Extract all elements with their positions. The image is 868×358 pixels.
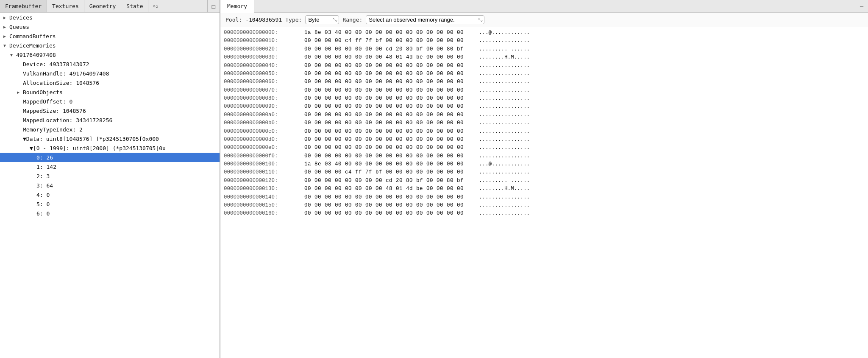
range-select-wrapper: Select an observed memory range. ⌃⌄ — [366, 15, 484, 24]
hex-address: 0000000000000040: — [224, 62, 304, 70]
hex-bytes: 00 00 00 00 00 00 00 00 00 00 00 00 00 0… — [304, 201, 474, 210]
hex-address: 0000000000000030: — [224, 53, 304, 62]
tree-label-item6: 6: 0 — [36, 210, 50, 217]
hex-ascii: ................ — [474, 78, 530, 86]
hex-ascii: ................ — [474, 136, 530, 144]
tree-item-device[interactable]: Device: 493378143072 — [0, 59, 220, 69]
tree-item-item2[interactable]: 2: 3 — [0, 171, 220, 181]
tab-memory[interactable]: Memory — [220, 0, 254, 13]
range-select[interactable]: Select an observed memory range. — [366, 15, 484, 24]
tree-item-data[interactable]: ▼Data: uint8[1048576] (*p3245130705[0x00… — [0, 134, 220, 143]
tree-item-devicememories[interactable]: ▼DeviceMemories — [0, 41, 220, 50]
hex-ascii: ........H.M..... — [474, 185, 530, 193]
tree-label-vulkanhandle: VulkanHandle: 491764097408 — [23, 70, 109, 77]
tree-item-mappedoffset[interactable]: MappedOffset: 0 — [0, 97, 220, 106]
hex-bytes: 00 00 00 00 00 00 00 00 48 01 4d be 00 0… — [304, 53, 474, 62]
type-select-wrapper: ByteWordDWord ⌃⌄ — [305, 15, 339, 24]
hex-ascii: ................ — [474, 193, 530, 201]
tree-item-mappedsize[interactable]: MappedSize: 1048576 — [0, 106, 220, 115]
tree-item-item1[interactable]: 1: 142 — [0, 162, 220, 171]
tree-label-devicememories: DeviceMemories — [9, 42, 56, 49]
tree-item-item3[interactable]: 3: 64 — [0, 181, 220, 190]
hex-ascii: ................ — [474, 144, 530, 152]
tree-label-mappedoffset: MappedOffset: 0 — [23, 98, 72, 105]
pool-label: Pool: — [225, 17, 242, 23]
hex-address: 0000000000000160: — [224, 210, 304, 218]
tree-item-mappedlocation[interactable]: MappedLocation: 34341728256 — [0, 115, 220, 125]
hex-row: 00000000000000a0:00 00 00 00 00 00 00 00… — [224, 111, 865, 119]
hex-ascii: ................ — [474, 95, 530, 103]
tab-geometry[interactable]: Geometry — [84, 0, 122, 12]
tree-arrow-devicememories: ▼ — [3, 43, 9, 48]
tree-label-item2: 2: 3 — [36, 173, 50, 179]
hex-row: 00000000000000d0:00 00 00 00 00 00 00 00… — [224, 136, 865, 144]
hex-address: 0000000000000070: — [224, 87, 304, 95]
tree-label-device: Device: 493378143072 — [23, 61, 89, 67]
hex-bytes: 00 00 00 00 00 00 00 00 00 00 00 00 00 0… — [304, 62, 474, 70]
hex-bytes: 00 00 00 00 00 00 00 00 00 00 00 00 00 0… — [304, 70, 474, 78]
tree-container[interactable]: ▶Devices▶Queues▶CommandBuffers▼DeviceMem… — [0, 13, 220, 358]
tab-state[interactable]: State — [121, 0, 148, 12]
hex-bytes: 00 00 00 00 00 00 00 00 00 00 00 00 00 0… — [304, 136, 474, 144]
hex-address: 0000000000000100: — [224, 160, 304, 168]
hex-row: 0000000000000120:00 00 00 00 00 00 00 00… — [224, 177, 865, 185]
tree-item-item0[interactable]: 0: 26 — [0, 153, 220, 162]
tree-item-item6[interactable]: 6: 0 — [0, 209, 220, 218]
hex-row: 00000000000000f0:00 00 00 00 00 00 00 00… — [224, 152, 865, 160]
tree-arrow-devices: ▶ — [3, 15, 9, 20]
tree-arrow-boundobjects: ▶ — [17, 90, 23, 95]
hex-ascii: ...@............ — [474, 160, 530, 168]
tree-item-item5[interactable]: 5: 0 — [0, 199, 220, 209]
hex-ascii: ................ — [474, 70, 530, 78]
hex-bytes: 1a 8e 03 40 00 00 00 00 00 00 00 00 00 0… — [304, 160, 474, 168]
tree-label-item5: 5: 0 — [36, 201, 50, 207]
hex-ascii: ......... ...... — [474, 45, 530, 53]
tab-framebuffer[interactable]: Framebuffer — [0, 0, 47, 12]
hex-row: 0000000000000160:00 00 00 00 00 00 00 00… — [224, 210, 865, 218]
tree-item-mem491764097408[interactable]: ▼491764097408 — [0, 50, 220, 59]
hex-row: 0000000000000110:00 00 00 00 c4 ff 7f bf… — [224, 168, 865, 176]
hex-ascii: ................ — [474, 87, 530, 95]
right-window-button[interactable]: − — [855, 0, 868, 12]
tree-item-vulkanhandle[interactable]: VulkanHandle: 491764097408 — [0, 69, 220, 78]
hex-row: 0000000000000090:00 00 00 00 00 00 00 00… — [224, 103, 865, 111]
hex-bytes: 00 00 00 00 00 00 00 00 00 00 00 00 00 0… — [304, 87, 474, 95]
hex-address: 00000000000000e0: — [224, 144, 304, 152]
hex-row: 00000000000000c0:00 00 00 00 00 00 00 00… — [224, 128, 865, 136]
hex-address: 0000000000000050: — [224, 70, 304, 78]
tree-arrow-mem491764097408: ▼ — [10, 53, 16, 57]
memory-content[interactable]: 0000000000000000:1a 8e 03 40 00 00 00 00… — [220, 27, 868, 358]
tree-item-devices[interactable]: ▶Devices — [0, 13, 220, 22]
hex-address: 0000000000000110: — [224, 168, 304, 176]
tab-textures[interactable]: Textures — [47, 0, 84, 12]
tab-overflow[interactable]: »₂ — [148, 0, 163, 12]
hex-row: 0000000000000130:00 00 00 00 00 00 00 00… — [224, 185, 865, 193]
tree-item-queues[interactable]: ▶Queues — [0, 22, 220, 31]
tree-item-range0[interactable]: ▼[0 - 1999]: uint8[2000] (*p3245130705[0… — [0, 143, 220, 153]
hex-bytes: 00 00 00 00 00 00 00 00 00 00 00 00 00 0… — [304, 78, 474, 86]
tree-label-item3: 3: 64 — [36, 182, 53, 189]
left-window-button[interactable]: □ — [207, 0, 220, 12]
type-select[interactable]: ByteWordDWord — [305, 15, 339, 24]
tree-label-item1: 1: 142 — [36, 164, 56, 170]
hex-bytes: 00 00 00 00 00 00 00 00 00 00 00 00 00 0… — [304, 144, 474, 152]
hex-bytes: 00 00 00 00 00 00 00 00 00 00 00 00 00 0… — [304, 103, 474, 111]
left-panel: Framebuffer Textures Geometry State »₂ □… — [0, 0, 220, 358]
memory-toolbar: Pool: -1049836591 Type: ByteWordDWord ⌃⌄… — [220, 13, 868, 27]
tree-item-commandbuffers[interactable]: ▶CommandBuffers — [0, 31, 220, 41]
hex-address: 0000000000000090: — [224, 103, 304, 111]
hex-ascii: ................ — [474, 201, 530, 210]
tree-item-boundobjects[interactable]: ▶BoundObjects — [0, 87, 220, 97]
tree-item-allocationsize[interactable]: AllocationSize: 1048576 — [0, 78, 220, 87]
hex-address: 0000000000000000: — [224, 29, 304, 37]
hex-address: 00000000000000c0: — [224, 128, 304, 136]
hex-ascii: ................ — [474, 152, 530, 160]
hex-address: 0000000000000060: — [224, 78, 304, 86]
hex-bytes: 00 00 00 00 00 00 00 00 00 00 00 00 00 0… — [304, 210, 474, 218]
hex-ascii: ...@............ — [474, 29, 530, 37]
right-panel: Memory − Pool: -1049836591 Type: ByteWor… — [220, 0, 868, 358]
hex-address: 0000000000000020: — [224, 45, 304, 53]
hex-ascii: ................ — [474, 168, 530, 176]
tree-item-item4[interactable]: 4: 0 — [0, 190, 220, 199]
tree-item-memorytypeindex[interactable]: MemoryTypeIndex: 2 — [0, 125, 220, 134]
